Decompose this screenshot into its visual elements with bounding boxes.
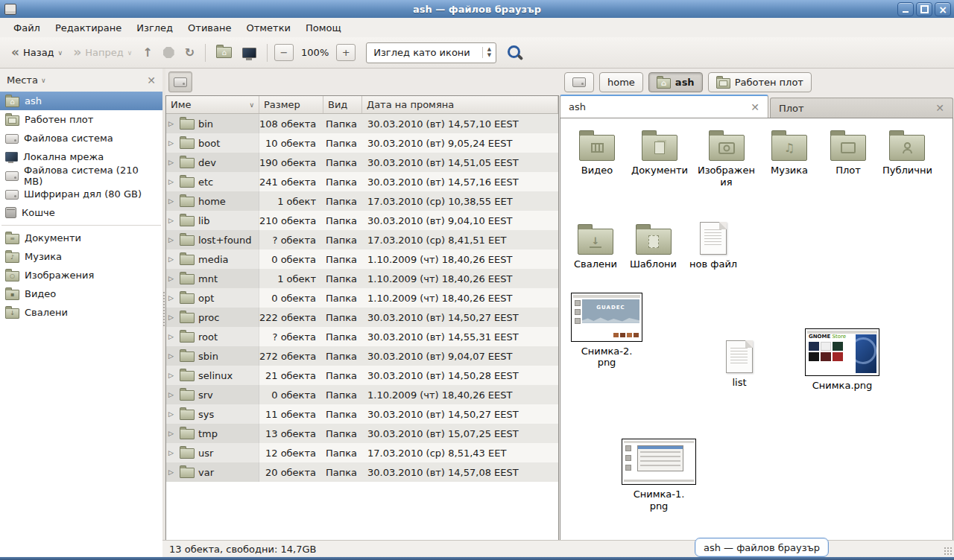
tree-row[interactable]: ▷boot10 обектаПапка30.03.2010 (вт) 9,05,… <box>166 133 558 153</box>
reload-button[interactable]: ↻ <box>180 43 200 63</box>
tree-row[interactable]: ▷sbin272 обектаПапка30.03.2010 (вт) 9,04… <box>166 346 558 366</box>
path-button[interactable]: ash <box>648 72 703 92</box>
sidebar-item[interactable]: Изображения <box>0 266 162 284</box>
sidebar-item[interactable]: Документи <box>0 229 162 247</box>
computer-button[interactable] <box>237 44 262 62</box>
expander-icon[interactable]: ▷ <box>168 159 176 166</box>
column-header-size[interactable]: Размер <box>259 96 323 113</box>
maximize-button[interactable] <box>916 2 932 16</box>
sidebar-item[interactable]: Видео <box>0 284 162 303</box>
tree-row[interactable]: ▷proc222 обектаПапка30.03.2010 (вт) 14,5… <box>166 308 558 327</box>
icon-item[interactable]: Публични <box>882 127 932 176</box>
icon-item[interactable]: list <box>726 339 753 389</box>
expander-icon[interactable]: ▷ <box>168 333 176 340</box>
expander-icon[interactable]: ▷ <box>168 391 176 398</box>
expander-icon[interactable]: ▷ <box>168 372 176 379</box>
expander-icon[interactable]: ▷ <box>168 294 176 302</box>
path-button[interactable]: home <box>599 72 643 92</box>
tree-row[interactable]: ▷var20 обектаПапка30.03.2010 (вт) 14,57,… <box>166 462 558 482</box>
icon-item[interactable]: Документи <box>631 127 688 176</box>
sidebar-item[interactable]: Работен плот <box>0 110 162 129</box>
tree-row[interactable]: ▷tmp13 обектаПапка30.03.2010 (вт) 15,07,… <box>166 424 558 443</box>
resize-grip[interactable] <box>944 547 953 556</box>
path-button[interactable] <box>564 72 594 92</box>
tab[interactable]: Плот✕ <box>770 98 953 118</box>
tree-row[interactable]: ▷home1 обектПапка17.03.2010 (ср) 10,38,5… <box>166 191 558 211</box>
icon-item[interactable]: GNOME StoreСнимка.png <box>805 328 879 392</box>
forward-button[interactable]: » Напред ∨ <box>68 42 137 63</box>
expander-icon[interactable]: ▷ <box>168 430 176 437</box>
tree-row[interactable]: ▷sys11 обектаПапка30.03.2010 (вт) 14,50,… <box>166 404 558 424</box>
expander-icon[interactable]: ▷ <box>168 197 176 205</box>
sidebar-item[interactable]: Локална мрежа <box>0 147 162 166</box>
column-header-name[interactable]: Име ∨ <box>166 96 259 113</box>
tree-row[interactable]: ▷selinux21 обектаПапка30.03.2010 (вт) 14… <box>166 366 558 385</box>
tree-row[interactable]: ▷bin108 обектаПапка30.03.2010 (вт) 14,57… <box>166 114 558 133</box>
sidebar-item[interactable]: Файлова система <box>0 129 162 147</box>
minimize-button[interactable] <box>897 2 914 16</box>
expander-icon[interactable]: ▷ <box>168 468 176 476</box>
icon-view[interactable]: ВидеоДокументиИзображен ия♫МузикаПлотПуб… <box>560 118 953 541</box>
close-button[interactable]: × <box>935 2 951 16</box>
icon-item[interactable]: GUADECСнимка-2. png <box>571 293 642 369</box>
icon-item[interactable]: ↓Свалени <box>574 220 617 270</box>
stop-button[interactable] <box>158 43 180 62</box>
expander-icon[interactable]: ▷ <box>168 217 176 224</box>
menu-item[interactable]: Помощ <box>298 19 349 36</box>
zoom-in-button[interactable]: + <box>336 44 356 61</box>
back-chevron-down-icon[interactable]: ∨ <box>58 49 63 57</box>
home-button[interactable] <box>211 43 237 62</box>
icon-item[interactable]: Плот <box>824 127 873 176</box>
tree-row[interactable]: ▷media0 обектаПапка1.10.2009 (чт) 18,40,… <box>166 249 558 269</box>
back-button[interactable]: « Назад ∨ <box>6 42 68 63</box>
tree-row[interactable]: ▷srv0 обектаПапка1.10.2009 (чт) 18,40,26… <box>166 385 558 404</box>
icon-item[interactable]: Снимка-1. png <box>622 439 696 512</box>
sidebar-item[interactable]: Кошче <box>0 203 162 222</box>
path-button[interactable]: Работен плот <box>708 72 812 92</box>
tree-row[interactable]: ▷mnt1 обектПапка1.10.2009 (чт) 18,40,26 … <box>166 269 558 288</box>
search-button[interactable] <box>496 40 528 65</box>
icon-item[interactable]: нов файл <box>689 220 737 270</box>
menu-item[interactable]: Файл <box>6 19 48 36</box>
icon-item[interactable]: Видео <box>572 127 622 176</box>
tree-row[interactable]: ▷dev190 обектаПапка30.03.2010 (вт) 14,51… <box>166 153 558 172</box>
sidebar-item[interactable]: Свалени <box>0 303 162 322</box>
expander-icon[interactable]: ▷ <box>168 139 176 147</box>
sidebar-item[interactable]: ash <box>0 92 162 110</box>
expander-icon[interactable]: ▷ <box>168 120 176 127</box>
menu-item[interactable]: Редактиране <box>48 19 129 36</box>
tab[interactable]: ash✕ <box>560 95 768 118</box>
sidebar-item[interactable]: Шифриран дял (80 GB) <box>0 185 162 203</box>
expander-icon[interactable]: ▷ <box>168 410 176 418</box>
chevron-down-icon[interactable]: ∨ <box>41 77 46 84</box>
column-header-date[interactable]: Дата на промяна <box>362 96 558 113</box>
tree-row[interactable]: ▷lib210 обектаПапка30.03.2010 (вт) 9,04,… <box>166 211 558 230</box>
expander-icon[interactable]: ▷ <box>168 314 176 321</box>
sidebar-item[interactable]: Музика <box>0 247 162 266</box>
sidebar-item[interactable]: Файлова система (210 MB) <box>0 166 162 185</box>
tree-row[interactable]: ▷etc241 обектаПапка30.03.2010 (вт) 14,57… <box>166 172 558 191</box>
menu-item[interactable]: Изглед <box>129 19 180 36</box>
expander-icon[interactable]: ▷ <box>168 236 176 244</box>
expander-icon[interactable]: ▷ <box>168 275 176 282</box>
tab-close-icon[interactable]: ✕ <box>751 102 759 112</box>
expander-icon[interactable]: ▷ <box>168 255 176 263</box>
sidebar-title[interactable]: Места <box>7 74 38 86</box>
tree-row[interactable]: ▷usr12 обектаПапка17.03.2010 (ср) 8,51,4… <box>166 443 558 462</box>
tree-row[interactable]: ▷root? обектаПапка30.03.2010 (вт) 14,55,… <box>166 327 558 346</box>
icon-item[interactable]: ♫Музика <box>765 127 814 176</box>
expander-icon[interactable]: ▷ <box>168 449 176 456</box>
icon-item[interactable]: Изображен ия <box>698 127 755 188</box>
column-header-type[interactable]: Вид <box>323 96 362 113</box>
root-filesystem-button[interactable] <box>168 71 192 92</box>
menu-item[interactable]: Отметки <box>238 19 297 36</box>
menu-item[interactable]: Отиване <box>180 19 238 36</box>
up-button[interactable]: ↑ <box>137 43 157 63</box>
sidebar-close-icon[interactable]: ✕ <box>147 75 156 86</box>
spinner-arrows-icon[interactable]: ▲▼ <box>482 47 491 58</box>
tree-row[interactable]: ▷lost+found? обектаПапка17.03.2010 (ср) … <box>166 230 558 249</box>
titlebar[interactable]: ash — файлов браузър × <box>0 0 954 18</box>
tree-row[interactable]: ▷opt0 обектаПапка1.10.2009 (чт) 18,40,26… <box>166 288 558 308</box>
expander-icon[interactable]: ▷ <box>168 178 176 185</box>
expander-icon[interactable]: ▷ <box>168 352 176 360</box>
